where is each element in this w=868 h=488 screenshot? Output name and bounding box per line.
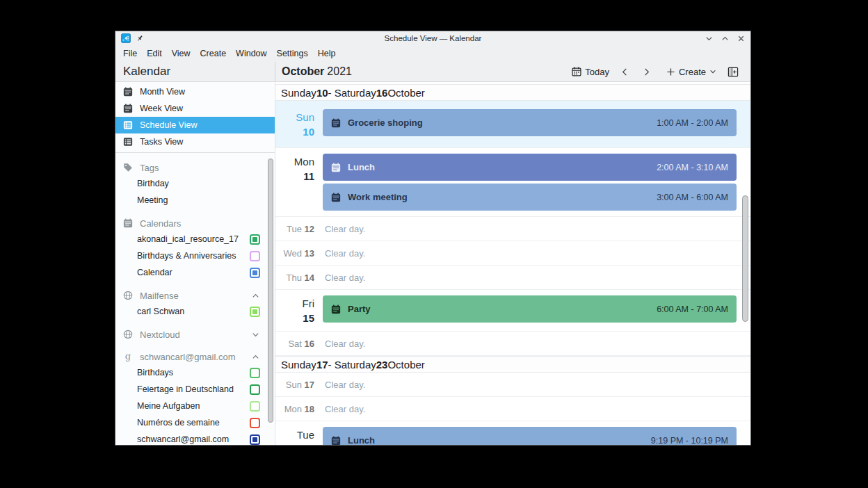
current-month: October	[282, 65, 324, 78]
calendar-item-calendar[interactable]: Calendar	[115, 264, 275, 281]
calendar-icon	[331, 163, 341, 172]
event-title: Lunch	[348, 162, 375, 172]
event-grocerie-shoping[interactable]: Grocerie shoping1:00 AM - 2:00 AM	[323, 109, 737, 136]
minimize-button[interactable]	[705, 35, 713, 42]
calendar-item-feiertage-in-deutschland[interactable]: Feiertage in Deutschland	[115, 381, 275, 398]
checkbox-fill	[252, 437, 257, 442]
create-button[interactable]: Create	[663, 65, 720, 79]
pin-icon[interactable]	[136, 34, 144, 42]
globe-icon	[123, 330, 133, 339]
calendar-checkbox[interactable]	[250, 307, 260, 317]
event-lunch[interactable]: Lunch2:00 AM - 3:10 AM	[323, 154, 737, 181]
day-name: Mon	[275, 155, 314, 169]
calendar-checkbox[interactable]	[250, 251, 260, 261]
menu-window[interactable]: Window	[231, 47, 271, 60]
day-number: 16	[305, 339, 314, 349]
menu-create[interactable]: Create	[195, 47, 232, 60]
list-icon	[123, 120, 133, 130]
calendar-icon	[572, 67, 581, 76]
sidebar-item-tasks-view[interactable]: Tasks View	[115, 133, 275, 150]
create-label: Create	[679, 67, 706, 77]
sidebar-group-header-mailfense[interactable]: Mailfense	[115, 288, 275, 303]
titlebar: Schedule View — Kalendar	[115, 31, 750, 45]
calendar-item-schwancarl-gmail-com[interactable]: schwancarl@gmail.com	[115, 431, 275, 445]
schedule-scrollbar[interactable]	[742, 195, 748, 322]
calendar-checkbox[interactable]	[250, 401, 260, 412]
event-lunch[interactable]: Lunch9:19 PM - 10:19 PM	[323, 427, 737, 445]
checkbox-fill	[252, 309, 257, 314]
clear-day-label: Clear day.	[325, 404, 365, 414]
plus-icon	[666, 67, 675, 76]
day-number: 19	[275, 442, 314, 445]
maximize-button[interactable]	[721, 35, 729, 42]
sidebar-group-calendars: Calendarsakonadi_ical_resource_17Birthda…	[115, 215, 275, 281]
calendar-item-akonadi-ical-resource-17[interactable]: akonadi_ical_resource_17	[115, 231, 275, 247]
calendar-checkbox[interactable]	[250, 384, 260, 395]
sidebar-item-week-view[interactable]: Week View	[115, 100, 275, 117]
sidebar-group-header-schwancarl-gmail-com[interactable]: gschwancarl@gmail.com	[115, 349, 275, 364]
event-time: 6:00 AM - 7:00 AM	[657, 304, 728, 314]
calendar-checkbox[interactable]	[250, 268, 260, 278]
calendar-item-carl-schwan[interactable]: carl Schwan	[115, 303, 275, 320]
menu-file[interactable]: File	[118, 47, 142, 60]
svg-text:g: g	[125, 352, 131, 361]
calendar-icon	[123, 218, 133, 228]
sidebar-group-header-calendars[interactable]: Calendars	[115, 215, 275, 231]
sidebar-item-month-view[interactable]: Month View	[115, 83, 275, 100]
chevron-down-icon[interactable]	[252, 331, 259, 339]
sidebar-item-label: Month View	[140, 87, 185, 97]
events-column: Party6:00 AM - 7:00 AM	[323, 295, 737, 325]
next-button[interactable]	[637, 65, 656, 79]
calendar-item-label: akonadi_ical_resource_17	[137, 234, 239, 244]
calendar-item-num-ros-de-semaine[interactable]: Numéros de semaine	[115, 414, 275, 431]
sidebar-item-schedule-view[interactable]: Schedule View	[115, 117, 275, 133]
day-number: 14	[305, 273, 314, 283]
calendar-checkbox[interactable]	[250, 234, 260, 245]
day-number: 17	[305, 380, 314, 390]
today-button[interactable]: Today	[568, 65, 613, 79]
close-button[interactable]	[737, 35, 745, 42]
sidebar-toggle-icon[interactable]	[723, 65, 744, 79]
event-work-meeting[interactable]: Work meeting3:00 AM - 6:00 AM	[323, 184, 737, 211]
calendar-checkbox[interactable]	[250, 368, 260, 378]
event-time: 9:19 PM - 10:19 PM	[651, 436, 728, 446]
schedule-row-sat-16: Sat 16Clear day.	[275, 332, 750, 356]
day-name: Fri	[275, 297, 314, 311]
group-header-label: schwancarl@gmail.com	[140, 352, 235, 362]
calendar-checkbox[interactable]	[250, 418, 260, 428]
day-number: 10	[275, 124, 314, 139]
schedule-row-sun-10: Sun10Grocerie shoping1:00 AM - 2:00 AM	[275, 101, 750, 148]
checkbox-fill	[252, 237, 257, 242]
chevron-up-icon[interactable]	[252, 353, 259, 361]
chevron-up-icon[interactable]	[252, 292, 259, 300]
sidebar-group-header-tags[interactable]: Tags	[115, 160, 275, 175]
schedule-row-tue-19: Tue19Lunch9:19 PM - 10:19 PM	[275, 421, 750, 445]
sidebar-scrollbar[interactable]	[268, 158, 273, 423]
menu-edit[interactable]: Edit	[142, 47, 167, 60]
date-label: Tue19	[275, 427, 319, 445]
event-party[interactable]: Party6:00 AM - 7:00 AM	[323, 295, 737, 323]
day-number: 18	[305, 404, 314, 414]
header: Kalendar October 2021 Today Create	[115, 62, 750, 82]
previous-button[interactable]	[616, 65, 634, 79]
calendar-item-birthdays[interactable]: Birthdays	[115, 364, 275, 381]
calendar-item-birthdays-anniversaries[interactable]: Birthdays & Anniversaries	[115, 247, 275, 264]
menu-view[interactable]: View	[167, 47, 195, 60]
menubar: FileEditViewCreateWindowSettingsHelp	[115, 45, 750, 62]
calendar-item-label: Feiertage in Deutschland	[137, 384, 234, 394]
group-header-label: Calendars	[140, 218, 181, 229]
sidebar-item-label: Week View	[140, 104, 183, 113]
menu-help[interactable]: Help	[313, 47, 341, 60]
calendar-icon	[331, 436, 341, 446]
calendar-item-meeting[interactable]: Meeting	[115, 192, 275, 209]
calendar-item-birthday[interactable]: Birthday	[115, 175, 275, 192]
sidebar-group-header-nextcloud[interactable]: Nextcloud	[115, 327, 275, 342]
calendar-item-meine-aufgaben[interactable]: Meine Aufgaben	[115, 398, 275, 414]
calendar-checkbox[interactable]	[250, 434, 260, 445]
day-name: Tue	[275, 428, 314, 442]
events-column: Grocerie shoping1:00 AM - 2:00 AM	[323, 109, 737, 139]
globe-icon	[123, 291, 133, 300]
menu-settings[interactable]: Settings	[272, 47, 313, 60]
sidebar: Month ViewWeek ViewSchedule ViewTasks Vi…	[115, 82, 275, 445]
calendar-item-label: Birthdays	[137, 368, 173, 377]
